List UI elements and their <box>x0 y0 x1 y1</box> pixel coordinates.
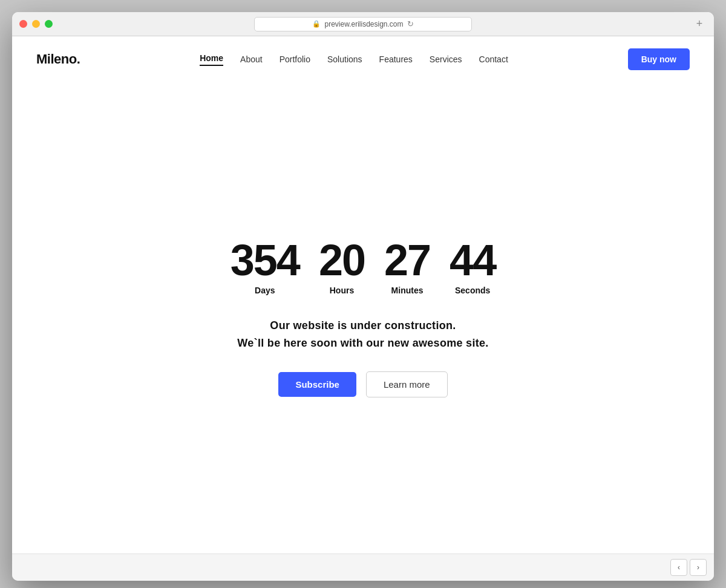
nav-item-about[interactable]: About <box>240 54 263 65</box>
subscribe-button[interactable]: Subscribe <box>278 372 356 397</box>
add-tab-button[interactable]: + <box>692 17 707 31</box>
nav-link-services[interactable]: Services <box>430 54 462 64</box>
hours-value: 20 <box>319 238 365 282</box>
nav-item-portfolio[interactable]: Portfolio <box>280 54 310 65</box>
mac-window: 🔒 preview.erilisdesign.com ↻ + Mileno. H… <box>12 12 714 581</box>
minutes-label: Minutes <box>391 286 424 295</box>
minimize-button[interactable] <box>32 20 40 28</box>
seconds-value: 44 <box>450 238 495 282</box>
main-content: 354 Days 20 Hours 27 Minutes 44 Seconds <box>12 82 714 554</box>
site-content: Mileno. Home About Portfolio Solutions F… <box>12 36 714 554</box>
nav-link-home[interactable]: Home <box>200 53 223 63</box>
nav-link-solutions[interactable]: Solutions <box>327 54 362 64</box>
nav-item-contact[interactable]: Contact <box>479 54 508 65</box>
nav-item-home[interactable]: Home <box>200 53 223 66</box>
address-bar[interactable]: 🔒 preview.erilisdesign.com ↻ <box>254 17 472 31</box>
nav-next-button[interactable]: › <box>690 559 707 576</box>
message-line2: We`ll be here soon with our new awesome … <box>237 335 488 352</box>
countdown-days: 354 Days <box>231 238 299 295</box>
nav-link-contact[interactable]: Contact <box>479 54 508 64</box>
countdown-hours: 20 Hours <box>319 238 365 295</box>
hours-label: Hours <box>330 286 354 295</box>
nav-link-features[interactable]: Features <box>379 54 413 64</box>
countdown-minutes: 27 Minutes <box>384 238 430 295</box>
window-controls <box>19 20 53 28</box>
learn-more-button[interactable]: Learn more <box>366 371 448 397</box>
nav-item-services[interactable]: Services <box>430 54 462 65</box>
nav-links: Home About Portfolio Solutions Features … <box>200 53 508 66</box>
message-line1: Our website is under construction. <box>237 317 488 335</box>
url-text: preview.erilisdesign.com <box>324 20 403 28</box>
minutes-value: 27 <box>384 238 430 282</box>
nav-prev-button[interactable]: ‹ <box>670 559 687 576</box>
days-value: 354 <box>231 238 299 282</box>
lock-icon: 🔒 <box>312 20 321 28</box>
nav-item-solutions[interactable]: Solutions <box>327 54 362 65</box>
site-message: Our website is under construction. We`ll… <box>237 317 488 352</box>
refresh-icon[interactable]: ↻ <box>407 19 414 28</box>
countdown-timer: 354 Days 20 Hours 27 Minutes 44 Seconds <box>231 238 495 295</box>
maximize-button[interactable] <box>45 20 53 28</box>
site-logo: Mileno. <box>36 51 80 67</box>
nav-link-portfolio[interactable]: Portfolio <box>280 54 310 64</box>
site-nav: Mileno. Home About Portfolio Solutions F… <box>12 36 714 82</box>
close-button[interactable] <box>19 20 27 28</box>
nav-link-about[interactable]: About <box>240 54 263 64</box>
seconds-label: Seconds <box>455 286 490 295</box>
cta-buttons: Subscribe Learn more <box>278 371 447 397</box>
days-label: Days <box>255 286 275 295</box>
buy-now-button[interactable]: Buy now <box>628 48 690 70</box>
countdown-seconds: 44 Seconds <box>450 238 495 295</box>
titlebar: 🔒 preview.erilisdesign.com ↻ + <box>12 12 714 36</box>
bottom-nav: ‹ › <box>12 554 714 581</box>
nav-item-features[interactable]: Features <box>379 54 413 65</box>
